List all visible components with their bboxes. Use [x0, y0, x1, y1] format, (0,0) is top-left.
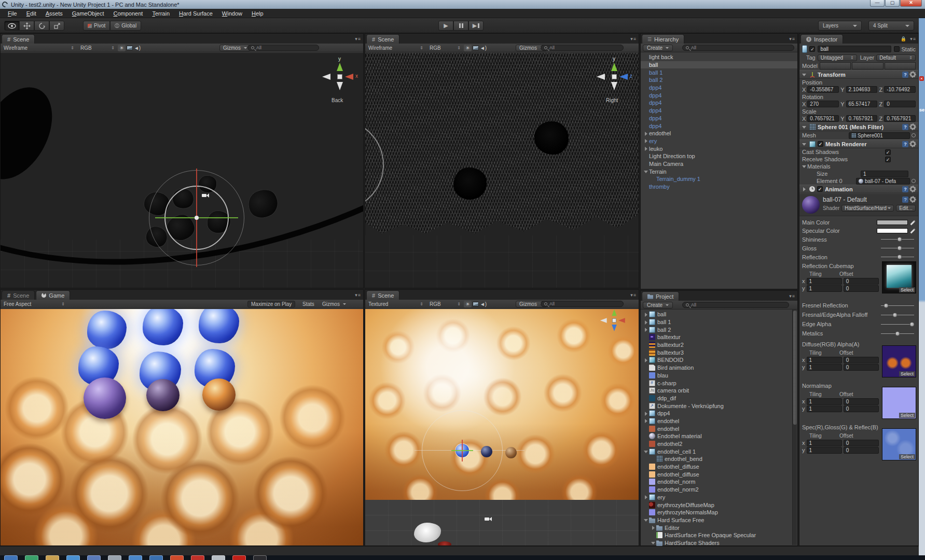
model-action-button[interactable] [885, 62, 916, 69]
panel-menu-icon[interactable]: ▾≡ [630, 36, 637, 41]
slider-knob[interactable] [895, 331, 900, 336]
gear-icon[interactable] [910, 124, 916, 130]
eyedropper-icon[interactable] [910, 228, 916, 233]
offset-x-field[interactable]: 0 [844, 357, 879, 363]
materials-size-field[interactable]: 1 [861, 171, 908, 177]
menu-item[interactable]: File [3, 9, 22, 18]
tab-inspector[interactable]: iInspector [800, 34, 843, 44]
expand-arrow-icon[interactable] [651, 176, 656, 182]
axis-left-cone[interactable] [600, 318, 607, 323]
cubemap-select-button[interactable]: Select [899, 287, 915, 292]
element0-material-field[interactable]: ball-07 - Defa [856, 178, 910, 185]
main-color-swatch[interactable] [877, 220, 908, 225]
slider-track[interactable] [881, 331, 914, 336]
slider-track[interactable] [881, 237, 914, 242]
slider-track[interactable] [881, 246, 914, 250]
expand-arrow-icon[interactable] [643, 487, 649, 493]
hierarchy-item[interactable]: dpp4 [641, 99, 797, 107]
orientation-gizmo[interactable] [599, 309, 629, 335]
expand-arrow-icon[interactable] [643, 380, 649, 386]
scene-search-input[interactable]: All [541, 301, 624, 307]
project-search-input[interactable]: All [682, 302, 789, 308]
expand-arrow-icon[interactable] [643, 517, 649, 523]
offset-y-field[interactable]: 0 [844, 447, 879, 454]
texture-select-button[interactable]: Select [899, 454, 915, 459]
slider-knob[interactable] [898, 237, 902, 242]
project-item[interactable]: dpp4 [641, 410, 792, 417]
axis-z-cone[interactable] [619, 74, 628, 80]
title-bar[interactable]: Unity - test2.unity - New Unity Project … [0, 0, 925, 9]
project-item[interactable]: c-sharp [641, 379, 792, 387]
project-item[interactable]: endothel_bend [641, 455, 792, 463]
tab-scene[interactable]: #Scene [366, 34, 399, 44]
expand-arrow-icon[interactable] [643, 92, 649, 98]
fold-arrow-icon[interactable] [802, 124, 807, 130]
help-icon[interactable]: ? [902, 72, 908, 78]
hierarchy-item[interactable]: dpp4 [641, 115, 797, 122]
tiling-x-field[interactable]: 1 [807, 398, 842, 405]
tiling-y-field[interactable]: 1 [807, 285, 842, 292]
texture-thumbnail[interactable]: Select [882, 428, 916, 460]
offset-x-field[interactable]: 0 [844, 278, 879, 285]
expand-arrow-icon[interactable] [651, 540, 656, 545]
tab-scene[interactable]: #Scene [2, 34, 35, 44]
taskbar-app-icon[interactable] [25, 555, 38, 560]
texture-thumbnail[interactable]: Select [882, 345, 916, 377]
eyedropper-icon[interactable] [910, 220, 916, 225]
expand-arrow-icon[interactable] [643, 441, 649, 447]
project-item[interactable]: ball 1 [641, 318, 792, 326]
axis-x-cone[interactable] [618, 318, 625, 323]
expand-arrow-icon[interactable] [643, 449, 649, 454]
expand-arrow-icon[interactable] [643, 77, 649, 83]
slider-knob[interactable] [892, 313, 897, 317]
hierarchy-item[interactable]: dpp4 [641, 91, 797, 99]
project-item[interactable]: endothel [641, 417, 792, 425]
active-checkbox[interactable]: ✓ [809, 46, 815, 52]
z-value-field[interactable]: -10.76492 [884, 86, 916, 93]
audio-toggle-icon[interactable]: ◄) [479, 301, 487, 307]
step-button[interactable]: ▶ [468, 21, 484, 31]
menu-item[interactable]: Help [247, 9, 268, 18]
expand-arrow-icon[interactable] [643, 342, 649, 348]
draw-mode-dropdown[interactable]: Wireframe⇕ [365, 44, 426, 52]
scene-viewport[interactable]: y z Right [365, 53, 639, 288]
taskbar-app-icon[interactable] [129, 555, 142, 560]
panel-menu-icon[interactable]: ▾≡ [355, 292, 361, 298]
panel-menu-icon[interactable]: ▾≡ [910, 36, 916, 41]
expand-arrow-icon[interactable] [643, 357, 649, 363]
ball-sphere-trajenta[interactable] [84, 377, 126, 419]
camera-gizmo-icon[interactable] [202, 193, 209, 198]
taskbar-app-icon[interactable] [212, 555, 225, 560]
camera-gizmo-icon[interactable] [485, 516, 492, 522]
project-item[interactable]: camera orbit [641, 387, 792, 395]
expand-arrow-icon[interactable] [643, 184, 649, 190]
project-item[interactable]: endothel_norm2 [641, 486, 792, 494]
expand-arrow-icon[interactable] [643, 433, 649, 439]
expand-arrow-icon[interactable] [643, 131, 649, 136]
ball-sphere-dark[interactable] [146, 379, 180, 411]
offset-y-field[interactable]: 0 [844, 405, 879, 412]
hierarchy-item[interactable]: leuko [641, 145, 797, 152]
expand-arrow-icon[interactable] [643, 494, 649, 500]
play-button[interactable]: ▶ [438, 21, 453, 31]
skybox-toggle-icon[interactable] [126, 45, 133, 51]
project-item[interactable]: HardSurface Free Opaque Specular [641, 531, 792, 539]
cell-object-dark[interactable] [534, 121, 569, 155]
ball-brown[interactable] [505, 447, 517, 458]
menu-item[interactable]: Terrain [147, 9, 174, 18]
help-icon[interactable]: ? [902, 141, 908, 147]
project-item[interactable]: endothel2 [641, 440, 792, 448]
axis-bottom-cone[interactable] [337, 82, 343, 90]
menu-item[interactable]: Assets [41, 9, 67, 18]
taskbar-app-icon[interactable] [170, 555, 184, 560]
gear-icon[interactable] [910, 197, 916, 202]
hierarchy-item[interactable]: Main Camera [641, 160, 797, 168]
taskbar-app-icon[interactable] [4, 555, 18, 560]
help-icon[interactable]: ? [902, 124, 908, 130]
scene-viewport[interactable]: y x Back [1, 53, 363, 288]
orientation-gizmo[interactable]: y x [321, 58, 358, 95]
gameobject-name-field[interactable] [818, 46, 891, 52]
tiling-x-field[interactable]: 1 [807, 357, 842, 363]
menu-item[interactable]: Hard Surface [174, 9, 217, 18]
layer-dropdown[interactable]: Default⇕ [876, 54, 916, 61]
